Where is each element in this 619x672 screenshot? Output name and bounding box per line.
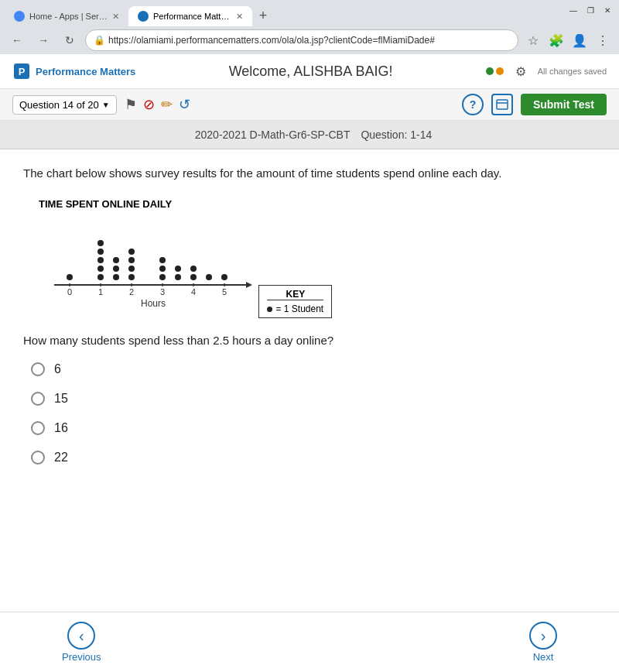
window-controls: — ❐ ✕ — [568, 5, 613, 15]
test-name: 2020-2021 D-Math-Gr6-SP-CBT — [195, 129, 351, 141]
bookmark-icon[interactable]: ☆ — [523, 30, 543, 50]
answer-label-b: 15 — [54, 392, 68, 406]
svg-point-19 — [67, 274, 73, 280]
expand-button[interactable] — [491, 94, 513, 115]
question-selector[interactable]: Question 14 of 20 ▼ — [12, 95, 117, 115]
next-button[interactable]: › Next — [529, 622, 557, 663]
svg-marker-5 — [246, 282, 252, 288]
svg-point-33 — [159, 266, 166, 272]
maximize-button[interactable]: ❐ — [585, 5, 596, 15]
svg-point-35 — [175, 274, 181, 280]
answer-label-a: 6 — [54, 362, 61, 376]
tab-home-label: Home - Apps | Services | Sites — [29, 12, 108, 21]
svg-point-26 — [113, 266, 119, 272]
svg-point-30 — [128, 257, 135, 263]
svg-point-39 — [206, 274, 212, 280]
pm-logo-text: Performance Matters — [36, 66, 135, 77]
svg-point-32 — [159, 274, 166, 280]
address-bar[interactable]: 🔒 https://olamiami.performancematters.co… — [85, 29, 518, 51]
refresh-icon[interactable]: ↺ — [179, 96, 190, 113]
tab-home[interactable]: Home - Apps | Services | Sites ✕ — [5, 6, 128, 26]
question-body: The chart below shows survey results for… — [0, 149, 619, 480]
dot-plot-chart: 0 1 2 3 4 5 Hours — [39, 219, 255, 312]
svg-text:3: 3 — [160, 287, 165, 297]
tab-pm-icon — [138, 11, 149, 22]
previous-circle: ‹ — [67, 622, 95, 650]
user-status-dots — [486, 67, 504, 75]
reload-button[interactable]: ↻ — [59, 29, 80, 51]
extensions-icon[interactable]: 🧩 — [546, 30, 566, 50]
svg-text:5: 5 — [222, 287, 227, 297]
svg-point-28 — [128, 274, 135, 280]
answer-option-b[interactable]: 15 — [31, 392, 596, 406]
radio-d[interactable] — [31, 451, 45, 465]
toolbar-actions: ⚑ ⊘ ✏ ↺ — [125, 96, 190, 113]
back-button[interactable]: ← — [6, 29, 28, 51]
tab-pm-close[interactable]: ✕ — [236, 12, 243, 22]
settings-gear-icon[interactable]: ⚙ — [510, 60, 532, 82]
previous-button[interactable]: ‹ Previous — [62, 622, 101, 663]
svg-point-27 — [113, 257, 119, 263]
answer-option-a[interactable]: 6 — [31, 362, 596, 376]
svg-point-37 — [190, 274, 197, 280]
radio-c[interactable] — [31, 421, 45, 435]
browser-menu-icon[interactable]: ⋮ — [593, 30, 613, 50]
svg-point-22 — [97, 257, 104, 263]
key-content: = 1 Student — [267, 303, 323, 314]
svg-point-36 — [175, 266, 181, 272]
svg-point-38 — [190, 266, 197, 272]
svg-text:2: 2 — [129, 287, 134, 297]
flag-icon[interactable]: ⚑ — [125, 96, 137, 113]
profile-icon[interactable]: 👤 — [569, 30, 590, 50]
header-right: ⚙ All changes saved — [486, 60, 607, 82]
radio-a[interactable] — [31, 362, 45, 376]
prev-arrow-icon: ‹ — [79, 628, 84, 643]
svg-text:0: 0 — [67, 287, 72, 297]
answer-option-c[interactable]: 16 — [31, 421, 596, 435]
browser-toolbar: ← → ↻ 🔒 https://olamiami.performancematt… — [0, 26, 619, 54]
browser-chrome: Home - Apps | Services | Sites ✕ Perform… — [0, 0, 619, 54]
answer-label-c: 16 — [54, 421, 68, 435]
next-label: Next — [533, 651, 554, 663]
question-header: 2020-2021 D-Math-Gr6-SP-CBT Question: 1-… — [0, 121, 619, 149]
pencil-icon[interactable]: ✏ — [161, 96, 173, 113]
question-number: Question: 1-14 — [361, 129, 432, 141]
key-dot-icon — [267, 307, 272, 312]
svg-point-34 — [159, 257, 166, 263]
answer-choices: 6 15 16 22 — [31, 362, 596, 465]
page-footer: ‹ Previous › Next — [0, 612, 619, 672]
answer-option-d[interactable]: 22 — [31, 451, 596, 465]
no-icon[interactable]: ⊘ — [143, 96, 155, 113]
radio-b[interactable] — [31, 392, 45, 406]
new-tab-button[interactable]: + — [252, 5, 274, 26]
tab-bar: Home - Apps | Services | Sites ✕ Perform… — [0, 0, 619, 26]
question-toolbar: Question 14 of 20 ▼ ⚑ ⊘ ✏ ↺ ? Submit Tes… — [0, 89, 619, 121]
main-content: 2020-2021 D-Math-Gr6-SP-CBT Question: 1-… — [0, 121, 619, 480]
minimize-button[interactable]: — — [568, 5, 579, 15]
forward-button[interactable]: → — [32, 29, 54, 51]
next-arrow-icon: › — [541, 628, 546, 643]
key-text: = 1 Student — [275, 303, 323, 314]
svg-text:P: P — [19, 66, 26, 77]
question-selector-label: Question 14 of 20 — [19, 99, 99, 111]
dot-green — [486, 67, 494, 75]
answer-label-d: 22 — [54, 451, 68, 465]
chart-title: TIME SPENT ONLINE DAILY — [39, 198, 596, 210]
svg-text:Hours: Hours — [141, 298, 166, 309]
app-welcome: Welcome, ALISHBA BAIG! — [148, 63, 473, 80]
svg-text:4: 4 — [191, 287, 196, 297]
url-text: https://olamiami.performancematters.com/… — [108, 35, 510, 46]
saved-status: All changes saved — [538, 67, 607, 76]
tab-pm[interactable]: Performance Matters | OLA ✕ — [128, 6, 252, 26]
svg-point-29 — [128, 266, 135, 272]
dot-orange — [496, 67, 504, 75]
tab-home-close[interactable]: ✕ — [112, 12, 119, 22]
svg-point-24 — [97, 240, 104, 246]
close-button[interactable]: ✕ — [602, 5, 613, 15]
next-circle: › — [529, 622, 557, 650]
previous-label: Previous — [62, 651, 101, 663]
svg-point-20 — [97, 274, 104, 280]
submit-test-button[interactable]: Submit Test — [521, 94, 607, 115]
help-button[interactable]: ? — [462, 94, 484, 115]
chart-container: TIME SPENT ONLINE DAILY 0 1 2 — [39, 198, 596, 319]
